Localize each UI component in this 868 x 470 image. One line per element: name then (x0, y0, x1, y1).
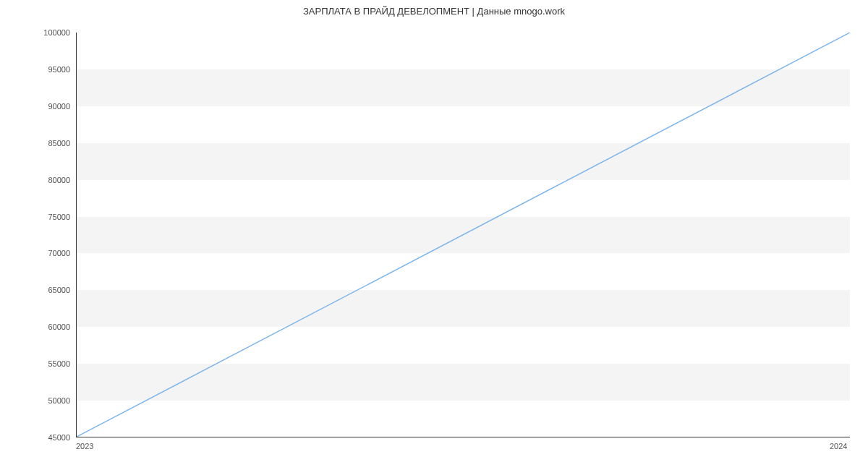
y-tick-label: 95000 (40, 65, 70, 74)
y-tick-label: 85000 (40, 139, 70, 148)
chart-title: ЗАРПЛАТА В ПРАЙД ДЕВЕЛОПМЕНТ | Данные mn… (0, 6, 868, 17)
x-tick-label: 2024 (830, 442, 847, 450)
y-tick-label: 55000 (40, 359, 70, 368)
y-tick-label: 90000 (40, 102, 70, 111)
y-tick-label: 50000 (40, 396, 70, 405)
plot-area (76, 33, 850, 437)
y-tick-label: 60000 (40, 322, 70, 331)
x-tick-label: 2023 (76, 442, 93, 450)
y-tick-label: 75000 (40, 213, 70, 221)
line-series (77, 33, 850, 437)
salary-chart: ЗАРПЛАТА В ПРАЙД ДЕВЕЛОПМЕНТ | Данные mn… (0, 0, 868, 470)
y-tick-label: 45000 (40, 433, 70, 442)
y-tick-label: 65000 (40, 286, 70, 294)
y-tick-label: 100000 (40, 28, 70, 37)
y-tick-label: 80000 (40, 176, 70, 184)
y-tick-label: 70000 (40, 249, 70, 257)
